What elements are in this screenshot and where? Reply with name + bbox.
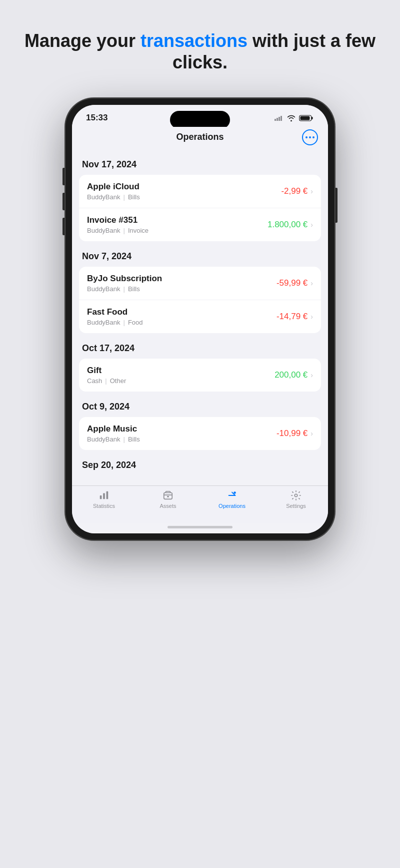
- bank-label: BuddyBank: [87, 285, 120, 293]
- transaction-left: Invoice #351 BuddyBank | Invoice: [87, 215, 148, 234]
- transaction-item-apple-music[interactable]: Apple Music BuddyBank | Bills -10,99 € ›: [79, 417, 321, 450]
- svg-rect-5: [312, 117, 313, 119]
- transaction-right: 200,00 € ›: [274, 370, 313, 380]
- svg-rect-7: [100, 495, 102, 499]
- transaction-right: -10,99 € ›: [276, 429, 313, 438]
- transaction-card-1: Apple iCloud BuddyBank | Bills -2,99 € ›: [79, 175, 321, 241]
- home-bar: [168, 526, 232, 528]
- transaction-item-apple-icloud[interactable]: Apple iCloud BuddyBank | Bills -2,99 € ›: [79, 175, 321, 208]
- meta-separator: |: [105, 377, 106, 385]
- chevron-right-icon: ›: [310, 313, 313, 321]
- transaction-amount: -2,99 €: [281, 186, 308, 196]
- status-icons: [274, 114, 314, 122]
- transaction-right: -14,79 € ›: [276, 312, 313, 322]
- phone-frame: 15:33: [65, 98, 335, 540]
- svg-rect-2: [278, 117, 280, 121]
- transaction-meta: Cash | Other: [87, 377, 126, 385]
- operations-icon: [226, 490, 238, 501]
- tab-operations-label: Operations: [218, 503, 246, 509]
- signal-icon: [274, 115, 284, 121]
- tab-settings[interactable]: Settings: [264, 490, 328, 509]
- svg-rect-8: [103, 493, 105, 499]
- date-header-5: Sep 20, 2024: [72, 451, 328, 475]
- headline: Manage your transactions with just a few…: [0, 30, 400, 73]
- phone-screen: 15:33: [72, 105, 328, 533]
- tab-operations[interactable]: Operations: [200, 490, 264, 509]
- transaction-name: ByJo Subscription: [87, 274, 162, 284]
- transaction-item-byjo[interactable]: ByJo Subscription BuddyBank | Bills -59,…: [79, 267, 321, 300]
- transaction-card-2: ByJo Subscription BuddyBank | Bills -59,…: [79, 267, 321, 333]
- category-label: Bills: [128, 435, 140, 443]
- transaction-amount: -14,79 €: [276, 312, 308, 322]
- transaction-card-4: Apple Music BuddyBank | Bills -10,99 € ›: [79, 417, 321, 450]
- svg-rect-1: [276, 118, 278, 121]
- date-header-1: Nov 17, 2024: [72, 150, 328, 175]
- status-bar: 15:33: [72, 105, 328, 127]
- chevron-right-icon: ›: [310, 279, 313, 287]
- meta-separator: |: [124, 435, 125, 443]
- tab-assets[interactable]: Assets: [136, 490, 200, 509]
- transaction-left: ByJo Subscription BuddyBank | Bills: [87, 274, 162, 293]
- dynamic-island: [170, 111, 230, 129]
- transaction-left: Gift Cash | Other: [87, 366, 126, 385]
- chevron-right-icon: ›: [310, 430, 313, 437]
- date-header-4: Oct 9, 2024: [72, 393, 328, 417]
- headline-highlight: transactions: [140, 30, 248, 51]
- transaction-right: -59,99 € ›: [276, 278, 313, 288]
- bank-label: BuddyBank: [87, 193, 120, 201]
- meta-separator: |: [124, 227, 125, 234]
- meta-separator: |: [124, 285, 125, 293]
- transaction-meta: BuddyBank | Bills: [87, 193, 140, 201]
- bar-chart-icon: [98, 490, 110, 501]
- chevron-right-icon: ›: [310, 187, 313, 195]
- svg-point-14: [234, 492, 236, 494]
- more-button[interactable]: [302, 129, 318, 145]
- home-indicator: [72, 523, 328, 533]
- tab-statistics[interactable]: Statistics: [72, 490, 136, 509]
- wifi-icon: [287, 115, 296, 121]
- category-label: Bills: [128, 193, 140, 201]
- svg-point-15: [294, 494, 298, 497]
- bank-label: BuddyBank: [87, 227, 120, 234]
- transaction-left: Apple Music BuddyBank | Bills: [87, 424, 140, 443]
- svg-rect-9: [106, 491, 108, 499]
- transaction-amount: -59,99 €: [276, 278, 308, 288]
- nav-header: Operations: [72, 127, 328, 150]
- transaction-item-invoice-351[interactable]: Invoice #351 BuddyBank | Invoice 1.800,0…: [79, 208, 321, 241]
- transaction-name: Fast Food: [87, 307, 143, 317]
- transaction-name: Invoice #351: [87, 215, 148, 225]
- transaction-meta: BuddyBank | Invoice: [87, 227, 148, 234]
- scroll-content: Nov 17, 2024 Apple iCloud BuddyBank | Bi…: [72, 150, 328, 485]
- settings-icon: [290, 490, 302, 501]
- date-header-3: Oct 17, 2024: [72, 334, 328, 359]
- transaction-amount: -10,99 €: [276, 429, 308, 438]
- bank-label: Cash: [87, 377, 102, 385]
- meta-separator: |: [124, 319, 125, 326]
- tab-statistics-label: Statistics: [93, 503, 115, 509]
- nav-title: Operations: [176, 132, 224, 142]
- headline-text1: Manage your: [24, 30, 140, 51]
- category-label: Food: [128, 319, 143, 326]
- transaction-name: Apple iCloud: [87, 182, 140, 192]
- transaction-card-3: Gift Cash | Other 200,00 € ›: [79, 359, 321, 392]
- category-label: Bills: [128, 285, 140, 293]
- transaction-amount: 200,00 €: [274, 370, 308, 380]
- svg-rect-0: [274, 119, 276, 121]
- transaction-meta: BuddyBank | Bills: [87, 285, 162, 293]
- svg-rect-6: [300, 116, 310, 120]
- transaction-left: Apple iCloud BuddyBank | Bills: [87, 182, 140, 201]
- three-dots-icon: [306, 136, 314, 138]
- transaction-meta: BuddyBank | Bills: [87, 435, 140, 443]
- transaction-meta: BuddyBank | Food: [87, 319, 143, 326]
- transaction-amount: 1.800,00 €: [268, 220, 308, 230]
- battery-icon: [299, 114, 314, 122]
- svg-rect-10: [164, 493, 172, 499]
- page-wrapper: Manage your transactions with just a few…: [0, 0, 400, 868]
- transaction-name: Gift: [87, 366, 126, 376]
- transaction-item-fast-food[interactable]: Fast Food BuddyBank | Food -14,79 € ›: [79, 300, 321, 333]
- transaction-name: Apple Music: [87, 424, 140, 434]
- svg-rect-11: [167, 496, 169, 497]
- tab-assets-label: Assets: [160, 503, 176, 509]
- transaction-item-gift[interactable]: Gift Cash | Other 200,00 € ›: [79, 359, 321, 392]
- category-label: Other: [110, 377, 126, 385]
